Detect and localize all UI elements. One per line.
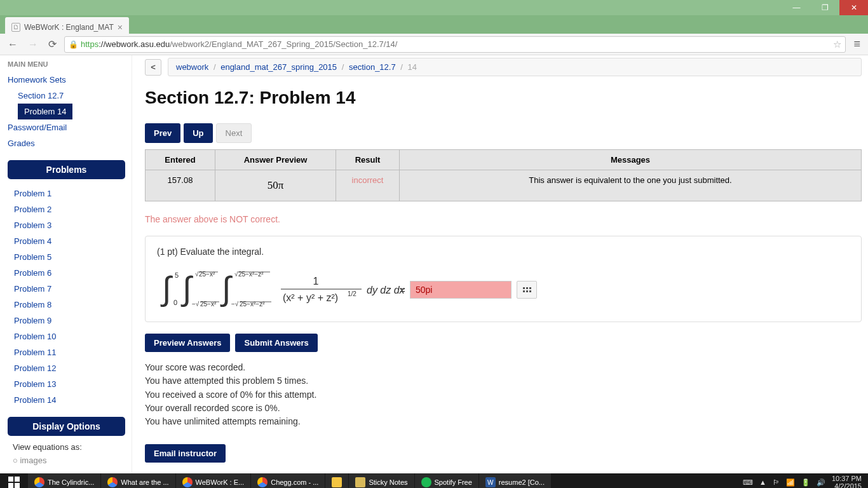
taskbar-item-label: WeBWorK : E... [196, 478, 245, 486]
svg-text:25−x²−z²: 25−x²−z² [240, 301, 265, 308]
url-scheme: https [81, 39, 98, 49]
svg-text:0: 0 [173, 299, 177, 306]
sidebar: MAIN MENU Homework Sets Section 12.7 Pro… [8, 55, 132, 473]
network-icon[interactable]: 📶 [786, 478, 795, 487]
sidebar-problem-item[interactable]: Problem 3 [14, 217, 125, 233]
sidebar-section-link[interactable]: Section 12.7 [18, 88, 125, 104]
chrome-icon [257, 477, 268, 487]
td-result: incorrect [336, 170, 400, 201]
prev-button[interactable]: Prev [145, 123, 180, 143]
taskbar-item[interactable]: Spotify Free [415, 473, 479, 488]
start-button[interactable] [0, 473, 28, 488]
sidebar-problem-item[interactable]: Problem 8 [14, 297, 125, 313]
svg-text:=: = [400, 285, 405, 295]
sidebar-grades[interactable]: Grades [8, 135, 125, 151]
maximize-button[interactable]: ❐ [811, 0, 839, 15]
svg-text:25−x²: 25−x² [199, 271, 215, 278]
close-button[interactable]: ✕ [839, 0, 868, 15]
tab-close-icon[interactable]: × [118, 22, 123, 32]
minimize-button[interactable]: — [782, 0, 811, 15]
sidebar-password-email[interactable]: Password/Email [8, 119, 125, 135]
problem-box: (1 pt) Evaluate the integral. ∫ 5 0 ∫ √2… [145, 236, 862, 322]
keyboard-icon[interactable]: ⌨ [743, 478, 753, 487]
breadcrumb-link[interactable]: webwork [176, 62, 208, 72]
sidebar-problem-item[interactable]: Problem 12 [14, 360, 125, 376]
system-tray[interactable]: ⌨ ▲ 🏳 📶 🔋 🔊 10:37 PM 4/2/2015 [736, 475, 868, 488]
sidebar-problem-list: Problem 1 Problem 2 Problem 3 Problem 4 … [8, 186, 125, 408]
td-preview: 50π [215, 170, 336, 201]
tray-up-icon[interactable]: ▲ [759, 478, 766, 486]
browser-menu-icon[interactable]: ≡ [851, 37, 863, 51]
chrome-icon [182, 477, 193, 487]
sidebar-problem-item[interactable]: Problem 14 [14, 392, 125, 408]
result-table: Entered Answer Preview Result Messages 1… [145, 149, 862, 201]
preview-answers-button[interactable]: Preview Answers [145, 334, 230, 352]
address-bar[interactable]: 🔒 https ://webwork.asu.edu /webwork2/Eng… [64, 36, 846, 53]
browser-tab-active[interactable]: 🗋 WeBWorK : England_MAT × [5, 17, 129, 34]
th-entered: Entered [146, 150, 215, 170]
sidebar-problem-item[interactable]: Problem 5 [14, 249, 125, 265]
browser-tab-bar: 🗋 WeBWorK : England_MAT × [0, 15, 868, 34]
bookmark-star-icon[interactable]: ☆ [833, 39, 841, 50]
breadcrumb-back-button[interactable]: < [145, 59, 161, 76]
lock-icon: 🔒 [69, 40, 78, 49]
sidebar-problem-item[interactable]: Problem 4 [14, 233, 125, 249]
chrome-icon [34, 477, 44, 487]
main-menu-label: MAIN MENU [8, 60, 125, 68]
taskbar-item[interactable]: WeBWorK : E... [176, 473, 252, 488]
breadcrumb-link[interactable]: england_mat_267_spring_2015 [220, 62, 337, 72]
forward-button[interactable]: → [25, 39, 41, 50]
td-entered: 157.08 [146, 170, 215, 201]
score-line: You have attempted this problem 5 times. [145, 374, 862, 387]
keypad-button[interactable] [517, 281, 537, 299]
taskbar-clock[interactable]: 10:37 PM 4/2/2015 [832, 475, 862, 488]
taskbar-item[interactable]: Sticky Notes [349, 473, 414, 488]
flag-icon[interactable]: 🏳 [773, 478, 780, 486]
breadcrumb-link[interactable]: section_12.7 [349, 62, 396, 72]
sidebar-problem-item[interactable]: Problem 9 [14, 313, 125, 329]
svg-text:(x² + y² + z²): (x² + y² + z²) [283, 292, 338, 303]
sidebar-problem-item[interactable]: Problem 7 [14, 281, 125, 297]
sidebar-problem-item[interactable]: Problem 10 [14, 329, 125, 344]
sidebar-problem-item[interactable]: Problem 13 [14, 376, 125, 392]
breadcrumb-current: 14 [408, 62, 417, 72]
breadcrumb: webwork / england_mat_267_spring_2015 / … [168, 58, 862, 76]
svg-text:−√: −√ [231, 301, 239, 308]
up-button[interactable]: Up [184, 123, 212, 143]
taskbar-item[interactable]: The Cylindric... [28, 473, 101, 488]
sidebar-display-text: View equations as: [13, 442, 125, 452]
clock-time: 10:37 PM [832, 475, 862, 482]
sidebar-problem-active[interactable]: Problem 14 [18, 104, 72, 119]
taskbar-item[interactable]: Chegg.com - ... [251, 473, 325, 488]
th-messages: Messages [400, 150, 862, 170]
taskbar-item[interactable]: What are the ... [101, 473, 175, 488]
taskbar-item[interactable] [325, 473, 349, 488]
taskbar-item-label: Chegg.com - ... [271, 478, 318, 486]
score-line: Your overall recorded score is 0%. [145, 402, 862, 414]
submit-answers-button[interactable]: Submit Answers [235, 334, 317, 352]
sidebar-problem-item[interactable]: Problem 2 [14, 201, 125, 217]
main-content: < webwork / england_mat_267_spring_2015 … [132, 55, 868, 473]
score-summary: Your score was recorded. You have attemp… [145, 361, 862, 428]
svg-rect-24 [15, 477, 20, 482]
reload-button[interactable]: ⟳ [46, 38, 59, 50]
sidebar-problem-item[interactable]: Problem 6 [14, 265, 125, 281]
taskbar-item[interactable]: Wresume2 [Co... [479, 473, 552, 488]
clock-date: 4/2/2015 [832, 482, 862, 488]
svg-text:25−x²: 25−x² [200, 301, 217, 308]
page-scroll-area[interactable]: MAIN MENU Homework Sets Section 12.7 Pro… [0, 55, 868, 473]
answer-input[interactable] [410, 281, 512, 299]
windows-taskbar: The Cylindric...What are the ...WeBWorK … [0, 473, 868, 488]
sidebar-problem-item[interactable]: Problem 11 [14, 344, 125, 360]
word-icon: W [485, 477, 496, 487]
svg-text:1/2: 1/2 [348, 290, 356, 297]
sidebar-problem-item[interactable]: Problem 1 [14, 186, 125, 201]
sidebar-display-option[interactable]: ○ images [13, 456, 125, 465]
email-instructor-button[interactable]: Email instructor [145, 444, 226, 463]
sidebar-problems-header: Problems [8, 160, 125, 179]
score-line: Your score was recorded. [145, 361, 862, 374]
sidebar-homework-sets[interactable]: Homework Sets [8, 72, 125, 88]
volume-icon[interactable]: 🔊 [817, 478, 825, 487]
back-button[interactable]: ← [5, 39, 20, 50]
battery-icon[interactable]: 🔋 [801, 478, 810, 487]
